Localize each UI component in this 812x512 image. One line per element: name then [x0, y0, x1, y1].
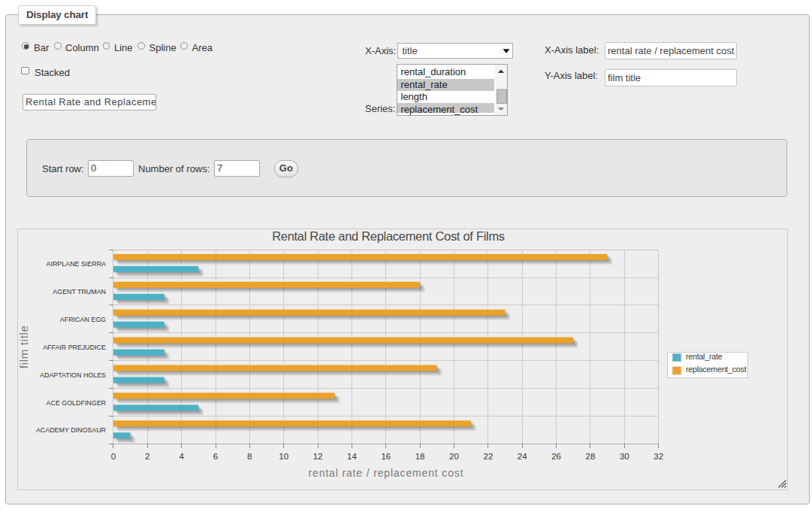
- svg-text:0: 0: [110, 452, 115, 461]
- svg-text:film title: film title: [19, 325, 30, 368]
- svg-text:20: 20: [449, 452, 459, 461]
- svg-text:6: 6: [213, 452, 217, 461]
- svg-text:28: 28: [585, 452, 595, 461]
- svg-text:ACADEMY DINOSAUR: ACADEMY DINOSAUR: [35, 426, 105, 434]
- svg-text:24: 24: [517, 452, 527, 461]
- svg-text:22: 22: [483, 452, 493, 461]
- svg-text:ACE GOLDFINGER: ACE GOLDFINGER: [46, 398, 105, 406]
- svg-text:AFRICAN EGG: AFRICAN EGG: [59, 315, 105, 323]
- svg-text:10: 10: [279, 452, 288, 461]
- svg-text:26: 26: [551, 452, 561, 461]
- svg-text:ADAPTATION HOLES: ADAPTATION HOLES: [40, 371, 106, 378]
- svg-text:16: 16: [381, 452, 391, 461]
- svg-text:4: 4: [179, 452, 184, 461]
- svg-text:AGENT TRUMAN: AGENT TRUMAN: [53, 287, 106, 295]
- svg-text:rental rate / replacement cost: rental rate / replacement cost: [308, 467, 463, 479]
- svg-text:8: 8: [247, 452, 252, 461]
- svg-text:AIRPLANE SIERRA: AIRPLANE SIERRA: [46, 259, 105, 267]
- svg-text:AFFAIR PREJUDICE: AFFAIR PREJUDICE: [43, 343, 106, 350]
- svg-text:32: 32: [654, 452, 663, 461]
- svg-text:replacement_cost: replacement_cost: [686, 365, 747, 374]
- svg-text:18: 18: [415, 452, 424, 461]
- svg-text:30: 30: [619, 452, 629, 461]
- svg-text:Rental Rate and Replacement Co: Rental Rate and Replacement Cost of Film…: [272, 229, 505, 243]
- svg-text:12: 12: [312, 452, 322, 461]
- svg-text:2: 2: [145, 452, 149, 461]
- svg-text:14: 14: [347, 452, 357, 461]
- svg-text:rental_rate: rental_rate: [686, 351, 723, 360]
